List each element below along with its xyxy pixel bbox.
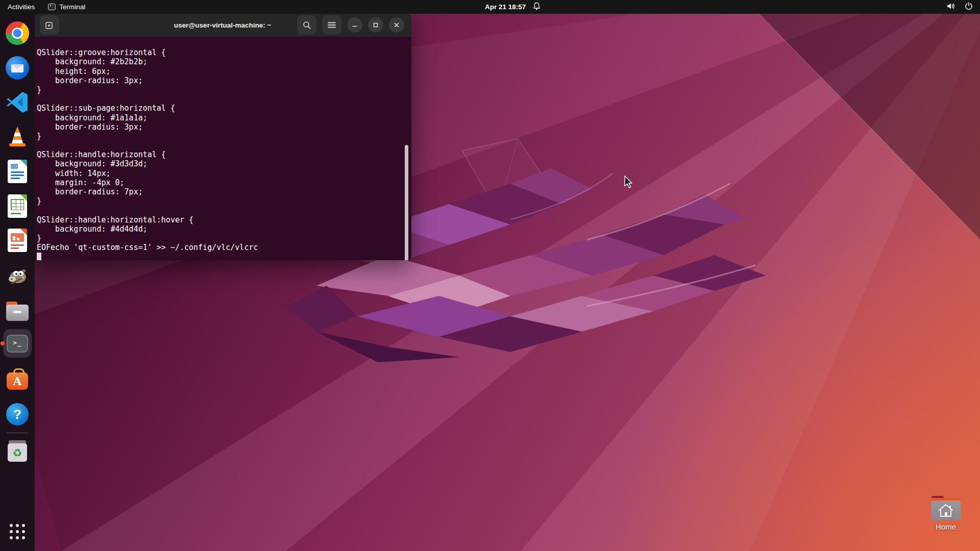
- terminal-line: width: 14px;: [37, 169, 408, 178]
- search-icon: [302, 20, 311, 30]
- terminal-line: }: [37, 234, 408, 243]
- activities-button[interactable]: Activities: [8, 0, 35, 14]
- terminal-header-bar[interactable]: user@user-virtual-machine: ~: [34, 13, 411, 37]
- dock-item-help[interactable]: ?: [0, 400, 35, 429]
- dock-item-vlc[interactable]: [0, 122, 35, 151]
- home-desktop-icon[interactable]: Home: [929, 496, 963, 531]
- menu-button[interactable]: [322, 15, 341, 35]
- terminal-line: background: #3d3d3d;: [37, 159, 408, 168]
- terminal-line: QSlider::sub-page:horizontal {: [37, 104, 408, 113]
- terminal-line: background: #2b2b2b;: [37, 57, 408, 66]
- clock-menu[interactable]: Apr 21 18:57: [485, 0, 541, 14]
- recycle-glyph: ♻: [13, 447, 22, 458]
- files-icon: [6, 302, 29, 321]
- focused-app-menu[interactable]: Terminal: [48, 0, 85, 14]
- dock-item-libreoffice-calc[interactable]: [0, 192, 35, 220]
- clock-label: Apr 21 18:57: [485, 3, 526, 11]
- dock-item-terminal[interactable]: >_: [0, 329, 35, 358]
- terminal-line: background: #1a1a1a;: [37, 113, 408, 122]
- maximize-icon: [373, 22, 379, 28]
- terminal-line: QSlider::groove:horizontal {: [37, 48, 408, 57]
- libreoffice-impress-icon: [8, 229, 27, 252]
- terminal-line: QSlider::handle:horizontal {: [37, 150, 408, 159]
- dock-item-gimp[interactable]: [0, 261, 35, 289]
- home-icon-label: Home: [929, 522, 963, 531]
- terminal-line: [37, 39, 408, 48]
- close-icon: [394, 22, 400, 28]
- minimize-button[interactable]: [347, 17, 362, 33]
- close-button[interactable]: [389, 17, 404, 33]
- mouse-cursor: [624, 176, 635, 191]
- hamburger-menu-icon: [328, 21, 336, 29]
- libreoffice-calc-icon: [8, 194, 27, 218]
- terminal-line: [37, 206, 408, 215]
- terminal-cursor: [37, 253, 41, 260]
- gimp-icon: [6, 263, 29, 287]
- notification-bell-icon: [533, 2, 541, 12]
- dock-item-thunderbird[interactable]: [0, 54, 35, 82]
- app-center-letter: A: [13, 374, 21, 388]
- top-bar: Activities Terminal Apr 21 18:57: [0, 0, 980, 14]
- terminal-line: border-radius: 7px;: [37, 187, 408, 196]
- dock-item-app-center[interactable]: A: [0, 365, 35, 393]
- terminal-line: margin: -4px 0;: [37, 178, 408, 187]
- terminal-line: border-radius: 3px;: [37, 122, 408, 132]
- chrome-icon: [6, 21, 29, 45]
- dock-divider: [7, 433, 28, 433]
- dock: >_ A ? ♻: [0, 14, 35, 551]
- vscode-icon: [6, 90, 29, 114]
- terminal-line: [37, 94, 408, 104]
- libreoffice-writer-icon: [8, 160, 27, 183]
- power-icon[interactable]: [965, 2, 973, 12]
- terminal-line: }: [37, 196, 408, 206]
- terminal-line: height: 6px;: [37, 67, 408, 76]
- desktop-screen: Activities Terminal Apr 21 18:57: [0, 0, 980, 551]
- terminal-cursor-line: [37, 252, 408, 260]
- terminal-window: user@user-virtual-machine: ~: [34, 13, 411, 260]
- terminal-app-icon: [48, 4, 56, 10]
- dock-item-trash[interactable]: ♻: [0, 437, 35, 465]
- thunderbird-icon: [6, 56, 29, 80]
- dock-item-files[interactable]: [0, 297, 35, 325]
- dock-item-libreoffice-impress[interactable]: [0, 226, 35, 255]
- app-center-icon: A: [7, 372, 28, 390]
- help-question-glyph: ?: [13, 407, 21, 422]
- dock-item-app-grid[interactable]: [0, 517, 35, 546]
- home-folder-icon: [931, 496, 961, 520]
- maximize-button[interactable]: [368, 17, 383, 33]
- volume-icon[interactable]: [947, 2, 956, 12]
- dock-item-libreoffice-writer[interactable]: [0, 157, 35, 186]
- activities-label: Activities: [8, 3, 35, 11]
- trash-icon: ♻: [7, 440, 28, 462]
- terminal-line: background: #4d4d4d;: [37, 224, 408, 234]
- dock-item-chrome[interactable]: [0, 19, 35, 47]
- terminal-lines: QSlider::groove:horizontal { background:…: [37, 39, 408, 252]
- terminal-line: }: [37, 132, 408, 141]
- search-button[interactable]: [297, 15, 316, 35]
- terminal-line: QSlider::handle:horizontal:hover {: [37, 215, 408, 224]
- dock-item-vscode[interactable]: [0, 88, 35, 116]
- minimize-icon: [352, 22, 358, 28]
- new-tab-button[interactable]: [40, 15, 59, 35]
- focused-app-label: Terminal: [59, 3, 85, 11]
- vlc-icon: [6, 125, 29, 148]
- terminal-line: }: [37, 85, 408, 94]
- terminal-line: border-radius: 3px;: [37, 76, 408, 85]
- terminal-line: EOFecho 'qt-custom-css=1' >> ~/.config/v…: [37, 243, 408, 252]
- help-icon: ?: [6, 403, 29, 425]
- terminal-line: [37, 141, 408, 150]
- terminal-output[interactable]: QSlider::groove:horizontal { background:…: [34, 37, 411, 260]
- active-app-highlight: [3, 329, 32, 358]
- terminal-scrollbar[interactable]: [405, 145, 408, 260]
- house-icon: [938, 503, 954, 517]
- app-grid-icon: [10, 524, 25, 539]
- running-indicator-dot: [1, 341, 5, 345]
